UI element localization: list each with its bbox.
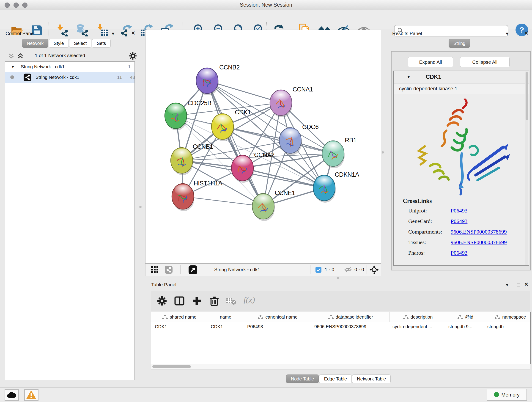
open-view-window-icon[interactable] bbox=[189, 265, 197, 274]
collapse-all-button[interactable]: Collapse All bbox=[460, 57, 510, 67]
gene-description: cyclin-dependent kinase 1 bbox=[399, 86, 457, 92]
collection-expander-icon[interactable]: ▾ bbox=[12, 64, 14, 70]
tab-string[interactable]: String bbox=[449, 39, 470, 48]
table-cell[interactable]: P06493 bbox=[244, 322, 311, 332]
table-options-gear-icon[interactable] bbox=[157, 295, 167, 306]
crosslink-label: Uniprot: bbox=[408, 208, 451, 214]
results-panel-close-icon[interactable]: ✕ bbox=[524, 30, 528, 36]
protein-structure-image bbox=[403, 99, 517, 197]
view-share-icon[interactable] bbox=[165, 266, 172, 274]
crosslinks-title: CrossLinks bbox=[403, 198, 432, 204]
delete-column-icon[interactable] bbox=[209, 295, 220, 306]
tab-node-table[interactable]: Node Table bbox=[286, 375, 319, 383]
network-edge[interactable] bbox=[183, 196, 263, 206]
network-view-toolbar: String Network - cdk1 1 - 0 0 - 0 bbox=[145, 264, 381, 276]
tab-style[interactable]: Style bbox=[49, 39, 69, 48]
network-row-selected[interactable]: String Network - cdk1 11 48 bbox=[5, 72, 134, 83]
right-splitter-handle[interactable] bbox=[382, 151, 384, 153]
collection-count: 1 bbox=[128, 64, 131, 70]
node-label: CDC6 bbox=[302, 123, 319, 130]
node-label: CCNE1 bbox=[275, 190, 295, 196]
tab-network-table[interactable]: Network Table bbox=[352, 375, 391, 383]
table-row: CDK1CDK1P064939606.ENSP00000378699cyclin… bbox=[151, 322, 530, 332]
control-panel-float-icon[interactable]: ◻ bbox=[123, 30, 127, 36]
show-columns-icon[interactable] bbox=[174, 295, 185, 306]
results-scrollbar[interactable] bbox=[525, 71, 528, 265]
network-options-gear-icon[interactable] bbox=[129, 52, 137, 60]
status-bar: Memory bbox=[0, 387, 532, 402]
column-header[interactable]: database identifier bbox=[311, 312, 390, 322]
view-grid-icon[interactable] bbox=[151, 266, 159, 274]
network-collection-row[interactable]: ▾ String Network - cdk1 1 bbox=[5, 62, 134, 72]
table-cell[interactable]: stringdb:9... bbox=[445, 322, 484, 332]
crosslink-label: Pharos: bbox=[408, 250, 451, 256]
shared-column-icon bbox=[162, 314, 168, 319]
function-builder-icon[interactable]: f(x) bbox=[244, 295, 255, 305]
network-node[interactable]: CDK1 bbox=[211, 109, 251, 141]
results-panel-title: Results Panel bbox=[392, 31, 422, 36]
import-network-database-icon[interactable] bbox=[76, 24, 89, 36]
warning-status-button[interactable] bbox=[24, 389, 38, 401]
tab-select[interactable]: Select bbox=[69, 39, 92, 48]
results-panel-float-icon[interactable]: ◻ bbox=[516, 30, 520, 36]
crosslink-link[interactable]: P06493 bbox=[451, 250, 467, 256]
add-column-icon[interactable] bbox=[191, 295, 202, 306]
tab-edge-table[interactable]: Edge Table bbox=[319, 375, 352, 383]
network-node[interactable]: RB1 bbox=[322, 137, 356, 168]
results-panel-collapse-icon[interactable]: ▾ bbox=[506, 31, 508, 37]
table-cell[interactable]: stringdb bbox=[484, 322, 531, 332]
network-node-count: 11 bbox=[117, 75, 122, 80]
network-canvas[interactable]: CCNB2CCNA1CDC25BCDK1CDC6RB1CCNB1CCNA2CDK… bbox=[145, 30, 381, 264]
network-node[interactable]: CDKN1A bbox=[313, 171, 359, 203]
import-table-file-icon[interactable] bbox=[96, 24, 109, 36]
cloud-status-button[interactable] bbox=[5, 389, 19, 401]
table-cell[interactable]: CDK1 bbox=[151, 322, 207, 332]
crosslink-link[interactable]: P06493 bbox=[451, 208, 467, 214]
table-panel-close-icon[interactable]: ✕ bbox=[524, 281, 528, 287]
network-node[interactable]: CCNE1 bbox=[252, 190, 295, 221]
memory-status-dot bbox=[494, 392, 499, 397]
memory-button[interactable]: Memory bbox=[487, 389, 527, 401]
crosslink-link[interactable]: 9606.ENSP00000378699 bbox=[451, 239, 507, 245]
column-header[interactable]: @id bbox=[446, 312, 485, 322]
bottom-splitter-handle[interactable] bbox=[337, 277, 339, 279]
column-header[interactable]: namespace bbox=[485, 312, 531, 322]
results-scrollbar-thumb[interactable] bbox=[526, 72, 528, 120]
network-node[interactable]: CDC6 bbox=[279, 123, 319, 155]
table-cell[interactable]: CDK1 bbox=[207, 322, 244, 332]
import-network-file-icon[interactable] bbox=[56, 24, 69, 36]
gene-expander-icon[interactable]: ▾ bbox=[407, 74, 410, 80]
table-cell[interactable]: cyclin-dependent ... bbox=[389, 322, 445, 332]
column-header[interactable]: canonical name bbox=[244, 312, 311, 322]
collapse-all-icon[interactable] bbox=[8, 53, 15, 59]
hidden-eye-icon bbox=[344, 267, 352, 273]
tab-sets[interactable]: Sets bbox=[92, 39, 111, 48]
fit-content-crosshair-icon[interactable] bbox=[370, 265, 379, 274]
expand-all-icon[interactable] bbox=[17, 53, 24, 59]
column-header[interactable]: shared name bbox=[151, 312, 207, 322]
crosslink-link[interactable]: 9606.ENSP00000378699 bbox=[451, 229, 507, 235]
left-splitter-handle[interactable] bbox=[139, 206, 142, 208]
column-header[interactable]: description bbox=[390, 312, 446, 322]
control-panel-close-icon[interactable]: ✕ bbox=[131, 30, 135, 36]
toolbar-separator bbox=[49, 22, 49, 37]
crosslink-link[interactable]: P06493 bbox=[451, 218, 467, 224]
table-cell[interactable]: 9606.ENSP00000378699 bbox=[311, 322, 389, 332]
collection-name: String Network - cdk1 bbox=[21, 64, 65, 70]
table-hscrollbar-thumb[interactable] bbox=[152, 365, 191, 368]
control-panel-collapse-icon[interactable]: ▾ bbox=[112, 31, 114, 37]
node-label: CCNA1 bbox=[293, 86, 313, 93]
toolbar-separator bbox=[116, 22, 116, 37]
table-hscrollbar[interactable] bbox=[151, 364, 530, 370]
shared-column-icon bbox=[457, 314, 463, 319]
gene-card-header[interactable]: ▾ CDK1 bbox=[394, 71, 529, 83]
network-edge[interactable] bbox=[207, 81, 263, 206]
delete-table-icon[interactable] bbox=[226, 297, 236, 305]
network-node[interactable]: HIST1H1A bbox=[172, 180, 222, 211]
expand-all-button[interactable]: Expand All bbox=[408, 57, 453, 67]
column-header[interactable]: name bbox=[207, 312, 244, 322]
tab-network[interactable]: Network bbox=[22, 39, 48, 48]
selected-checkbox-icon[interactable] bbox=[316, 267, 322, 273]
table-panel-float-icon[interactable]: ◻ bbox=[516, 281, 520, 287]
table-panel-collapse-icon[interactable]: ▾ bbox=[506, 282, 508, 288]
